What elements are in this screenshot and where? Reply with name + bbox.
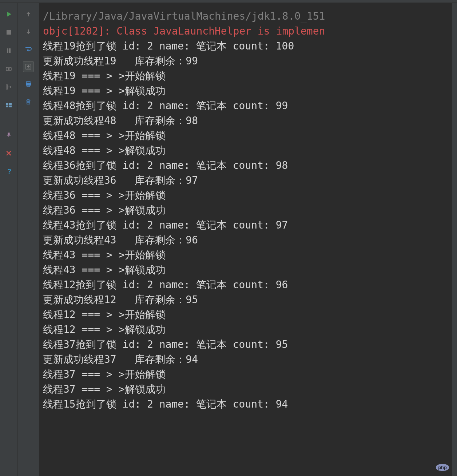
svg-rect-8	[9, 106, 12, 107]
console-output[interactable]: /Library/Java/JavaVirtualMachines/jdk1.8…	[39, 3, 457, 476]
console-log-line: 线程36 === > >解锁成功	[43, 203, 453, 218]
console-log-line: 线程19抢到了锁 id: 2 name: 笔记本 count: 100	[43, 39, 453, 53]
print-icon[interactable]	[23, 79, 34, 90]
stop-button[interactable]	[3, 27, 14, 38]
console-log-line: 线程36抢到了锁 id: 2 name: 笔记本 count: 98	[43, 158, 453, 173]
console-log-line: 线程37 === > >开始解锁	[43, 367, 453, 382]
console-log-line: 线程36 === > >开始解锁	[43, 188, 453, 203]
console-log-line: 更新成功线程19 库存剩余：99	[43, 53, 453, 68]
svg-rect-11	[27, 82, 30, 83]
console-log-line: 线程12抢到了锁 id: 2 name: 笔记本 count: 96	[43, 277, 453, 292]
pin-button[interactable]	[3, 130, 14, 140]
soft-wrap-icon[interactable]	[23, 44, 34, 55]
run-button[interactable]	[3, 9, 14, 20]
console-log-line: 线程48 === > >解锁成功	[43, 143, 453, 158]
console-log-line: 更新成功线程37 库存剩余：94	[43, 352, 453, 367]
console-log-line: 线程48抢到了锁 id: 2 name: 笔记本 count: 99	[43, 98, 453, 113]
main-area: ? /Library/Java/JavaVirtualMachines/jdk1…	[0, 3, 457, 476]
svg-rect-12	[26, 83, 31, 86]
php-badge: php	[436, 464, 449, 471]
console-log-line: 线程37抢到了锁 id: 2 name: 笔记本 count: 95	[43, 337, 453, 352]
console-log-line: 线程15抢到了锁 id: 2 name: 笔记本 count: 94	[43, 397, 453, 412]
console-path-line: /Library/Java/JavaVirtualMachines/jdk1.8…	[43, 9, 453, 24]
console-log-line: 线程43抢到了锁 id: 2 name: 笔记本 count: 97	[43, 218, 453, 233]
console-log-line: 线程19 === > >开始解锁	[43, 68, 453, 83]
console-log-line: 线程37 === > >解锁成功	[43, 382, 453, 397]
svg-rect-1	[7, 48, 8, 53]
console-log-line: 更新成功线程43 库存剩余：96	[43, 233, 453, 247]
console-log-line: 更新成功线程36 库存剩余：97	[43, 173, 453, 188]
down-arrow-icon[interactable]	[23, 26, 34, 37]
trash-icon[interactable]	[23, 96, 34, 107]
scroll-to-end-icon[interactable]	[23, 61, 34, 72]
console-log-line: 更新成功线程48 库存剩余：98	[43, 113, 453, 128]
run-toolbar-left: ?	[0, 3, 17, 476]
console-log-line: 线程43 === > >解锁成功	[43, 262, 453, 277]
svg-rect-7	[6, 106, 8, 107]
console-log-line: 线程12 === > >开始解锁	[43, 307, 453, 322]
pause-button[interactable]	[3, 45, 14, 56]
close-button[interactable]	[3, 148, 14, 159]
up-arrow-icon[interactable]	[23, 9, 34, 20]
help-button[interactable]: ?	[3, 166, 14, 177]
exit-button[interactable]	[3, 82, 14, 92]
console-log-line: 线程19 === > >解锁成功	[43, 83, 453, 98]
layout-button[interactable]	[3, 100, 14, 111]
svg-rect-2	[9, 48, 11, 53]
svg-text:?: ?	[7, 168, 11, 175]
svg-rect-5	[6, 103, 8, 105]
console-log-line: 线程43 === > >开始解锁	[43, 247, 453, 262]
dump-button[interactable]	[3, 63, 14, 74]
tab-bar	[0, 0, 457, 3]
svg-rect-6	[9, 103, 12, 105]
console-log-line: 更新成功线程12 库存剩余：95	[43, 292, 453, 307]
console-error-line: objc[1202]: Class JavaLaunchHelper is im…	[43, 24, 453, 39]
svg-rect-0	[7, 30, 11, 35]
console-log-line: 线程12 === > >解锁成功	[43, 322, 453, 337]
console-toolbar	[17, 3, 39, 476]
console-log-line: 线程48 === > >开始解锁	[43, 128, 453, 143]
svg-point-4	[8, 68, 9, 70]
